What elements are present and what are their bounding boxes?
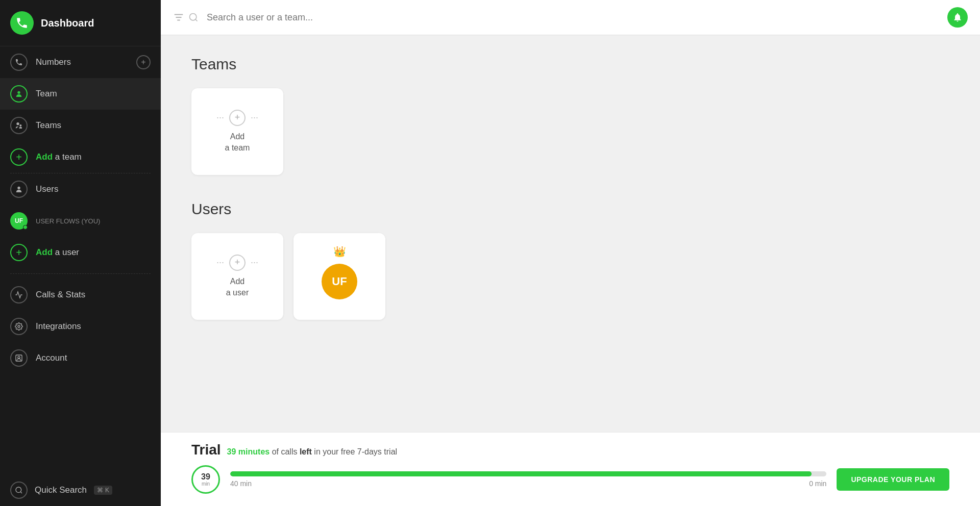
trial-minutes: 39 minutes: [227, 447, 270, 456]
sidebar-item-add-team[interactable]: + Add a team: [0, 141, 161, 173]
add-user-icon: +: [10, 244, 28, 261]
sidebar-item-team[interactable]: Team: [0, 78, 161, 110]
sidebar-item-label-integrations: Integrations: [36, 321, 81, 332]
add-team-icon: +: [10, 148, 28, 166]
search-icon-wrap: [173, 12, 199, 23]
sidebar-item-label-add-team: Add a team: [36, 152, 82, 162]
teams-section-title: Teams: [191, 56, 949, 73]
sidebar-section-numbers: Numbers +: [0, 46, 161, 78]
sidebar-item-calls-stats[interactable]: Calls & Stats: [0, 279, 161, 311]
svg-point-2: [19, 124, 21, 127]
crown-icon: 👑: [333, 245, 346, 258]
quick-search-icon: [10, 482, 28, 499]
trial-circle-number: 39: [201, 473, 210, 481]
add-number-button[interactable]: +: [136, 55, 151, 69]
team-icon: [10, 85, 28, 103]
add-team-plus-icon: +: [229, 110, 246, 126]
users-icon: [10, 181, 28, 198]
trial-circle: 39 min: [191, 465, 220, 494]
app-title: Dashboard: [41, 17, 94, 29]
add-team-card[interactable]: ··· + ··· Add a team: [191, 88, 283, 175]
user-card-uf[interactable]: 👑 UF: [293, 233, 385, 320]
bell-icon: [952, 12, 963, 22]
online-indicator: [23, 225, 28, 230]
main-content: Teams ··· + ··· Add a team Users ···: [161, 0, 980, 506]
svg-point-7: [16, 487, 21, 493]
sidebar-item-label-calls-stats: Calls & Stats: [36, 290, 85, 300]
sidebar-item-add-user[interactable]: + Add a user: [0, 237, 161, 268]
svg-point-12: [190, 14, 197, 20]
add-user-card-label: Add a user: [226, 276, 249, 299]
add-team-card-label: Add a team: [225, 131, 250, 154]
sidebar-item-label-team: Team: [36, 89, 57, 99]
sidebar-item-label-teams: Teams: [36, 120, 61, 131]
user-avatar: UF: [322, 264, 357, 299]
progress-label-end: 0 min: [809, 479, 826, 488]
svg-point-0: [17, 91, 20, 94]
content-area: Teams ··· + ··· Add a team Users ···: [161, 35, 980, 432]
avatar: UF: [10, 212, 28, 230]
sidebar-item-label-numbers: Numbers: [36, 57, 71, 67]
trial-bar: Trial 39 minutes of calls left in your f…: [161, 432, 980, 506]
sidebar-item-users[interactable]: Users: [0, 173, 161, 205]
topbar: [161, 0, 980, 35]
dots-right-user: ···: [251, 257, 258, 268]
teams-grid: ··· + ··· Add a team: [191, 88, 949, 175]
notification-button[interactable]: [947, 7, 968, 28]
users-section-title: Users: [191, 200, 949, 218]
dots-left-user: ···: [216, 257, 224, 268]
app-logo[interactable]: [10, 11, 34, 35]
sidebar-item-label-user-flows: USER FLOWS (YOU): [36, 217, 100, 225]
svg-point-6: [18, 357, 20, 359]
svg-point-1: [16, 122, 19, 125]
users-grid: ··· + ··· Add a user 👑 UF: [191, 233, 949, 320]
account-icon: [10, 349, 28, 367]
trial-subtitle: 39 minutes of calls left in your free 7-…: [227, 447, 397, 457]
trial-title: Trial: [191, 442, 221, 458]
sidebar-item-teams[interactable]: Teams: [0, 110, 161, 141]
search-input[interactable]: [207, 12, 939, 23]
trial-header: Trial 39 minutes of calls left in your f…: [191, 442, 949, 458]
progress-wrap: 40 min 0 min: [230, 471, 826, 488]
sidebar-item-account[interactable]: Account: [0, 342, 161, 374]
add-user-plus-icon: +: [229, 255, 246, 271]
sidebar-item-label-add-user: Add a user: [36, 247, 79, 258]
dots-right: ···: [251, 112, 258, 123]
trial-progress-row: 39 min 40 min 0 min UPGRADE YOUR PLAN: [191, 465, 949, 494]
progress-label-start: 40 min: [230, 479, 252, 488]
calls-stats-icon: [10, 286, 28, 303]
add-user-card[interactable]: ··· + ··· Add a user: [191, 233, 283, 320]
sidebar: Dashboard Numbers + Team Teams + Add: [0, 0, 161, 506]
progress-bar-bg: [230, 471, 826, 476]
sidebar-header: Dashboard: [0, 0, 161, 46]
sidebar-item-integrations[interactable]: Integrations: [0, 311, 161, 342]
dots-left: ···: [216, 112, 224, 123]
search-icon: [188, 12, 199, 22]
keyboard-shortcut: ⌘ K: [94, 486, 112, 495]
teams-icon: [10, 117, 28, 134]
sidebar-item-quick-search[interactable]: Quick Search ⌘ K: [0, 474, 161, 506]
trial-circle-unit: min: [202, 481, 210, 487]
phone-icon: [10, 54, 28, 71]
sidebar-bottom: Quick Search ⌘ K: [0, 474, 161, 506]
integrations-icon: [10, 318, 28, 335]
svg-point-3: [17, 187, 20, 189]
progress-labels: 40 min 0 min: [230, 479, 826, 488]
svg-point-4: [18, 325, 20, 327]
filter-search-icon: [173, 12, 184, 23]
sidebar-item-user-flows[interactable]: UF USER FLOWS (YOU): [0, 205, 161, 237]
sidebar-item-label-account: Account: [36, 353, 67, 363]
svg-line-13: [195, 19, 198, 21]
sidebar-item-numbers[interactable]: Numbers +: [0, 46, 161, 78]
sidebar-item-label-quick-search: Quick Search: [35, 485, 87, 495]
progress-bar-fill: [230, 471, 812, 476]
upgrade-button[interactable]: UPGRADE YOUR PLAN: [837, 468, 949, 491]
svg-line-8: [20, 492, 22, 493]
sidebar-item-label-users: Users: [36, 184, 58, 194]
